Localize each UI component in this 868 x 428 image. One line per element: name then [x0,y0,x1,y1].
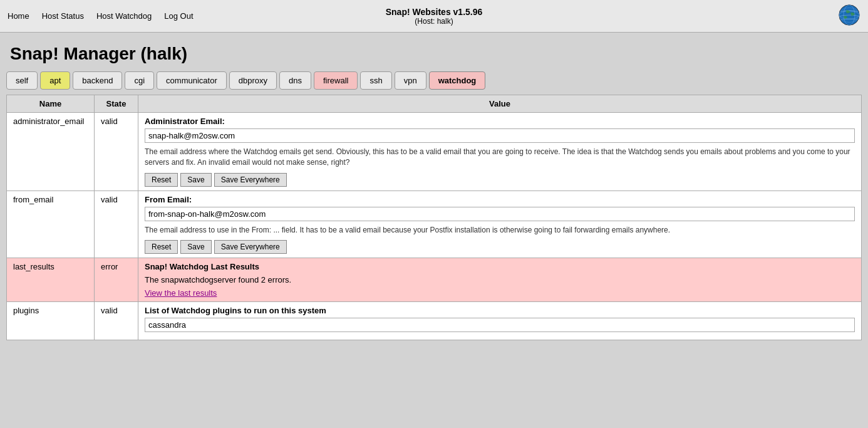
cell-name-1: from_email [7,191,95,258]
tabs-container: selfaptbackendcgicommunicatordbproxydnsf… [0,71,868,95]
tab-cgi[interactable]: cgi [125,71,154,90]
data-table: Name State Value administrator_emailvali… [6,95,862,340]
nav-host-watchdog[interactable]: Host Watchdog [96,11,152,21]
tab-firewall[interactable]: firewall [314,71,358,90]
cell-value-0: Administrator Email:The email address wh… [138,113,862,191]
cell-name-3: plugins [7,302,95,340]
cell-name-0: administrator_email [7,113,95,191]
cell-name-2: last_results [7,258,95,302]
text-input-1[interactable] [145,207,855,221]
cell-state-3: valid [95,302,138,340]
col-header-name: Name [7,95,95,113]
nav-links: Home Host Status Host Watchdog Log Out [8,11,194,21]
save-button-0[interactable]: Save [180,173,211,187]
app-title-block: Snap! Websites v1.5.96 (Host: halk) [386,7,483,26]
col-header-state: State [95,95,138,113]
table-row: last_resultserrorSnap! Watchdog Last Res… [7,258,862,302]
app-subtitle: (Host: halk) [386,17,483,26]
button-group-0: ResetSaveSave Everywhere [145,173,855,187]
table-row: from_emailvalidFrom Email:The email addr… [7,191,862,258]
tab-vpn[interactable]: vpn [395,71,426,90]
tab-backend[interactable]: backend [73,71,122,90]
save-everywhere-button-1[interactable]: Save Everywhere [214,240,287,254]
tab-watchdog[interactable]: watchdog [429,71,486,90]
cell-value-3: List of Watchdog plugins to run on this … [138,302,862,340]
cell-value-1: From Email:The email address to use in t… [138,191,862,258]
main-content: Name State Value administrator_emailvali… [6,95,862,340]
globe-icon-container [838,4,860,28]
col-header-value: Value [138,95,862,113]
topbar: Home Host Status Host Watchdog Log Out S… [0,0,868,33]
nav-log-out[interactable]: Log Out [164,11,193,21]
save-button-1[interactable]: Save [180,240,211,254]
view-last-results-link[interactable]: View the last results [145,288,217,298]
cell-state-2: error [95,258,138,302]
cell-value-2: Snap! Watchdog Last ResultsThe snapwatch… [138,258,862,302]
tab-dns[interactable]: dns [279,71,311,90]
field-label-1: From Email: [145,195,855,204]
table-row: administrator_emailvalidAdministrator Em… [7,113,862,191]
nav-host-status[interactable]: Host Status [42,11,84,21]
result-title: Snap! Watchdog Last Results [145,262,855,271]
reset-button-0[interactable]: Reset [145,173,178,187]
tab-communicator[interactable]: communicator [157,71,227,90]
field-label-3: List of Watchdog plugins to run on this … [145,306,855,315]
tab-apt[interactable]: apt [40,71,70,90]
cell-state-1: valid [95,191,138,258]
text-input-3[interactable] [145,318,855,332]
result-desc: The snapwatchdogserver found 2 errors. [145,275,855,284]
tab-ssh[interactable]: ssh [360,71,391,90]
field-desc-0: The email address where the Watchdog ema… [145,147,855,168]
globe-icon [838,4,860,26]
page-title: Snap! Manager (halk) [0,33,868,71]
text-input-0[interactable] [145,128,855,143]
nav-home[interactable]: Home [8,11,29,21]
button-group-1: ResetSaveSave Everywhere [145,240,855,254]
tab-self[interactable]: self [6,71,38,90]
field-label-0: Administrator Email: [145,117,855,126]
field-desc-1: The email address to use in the From: ..… [145,225,855,236]
app-title: Snap! Websites v1.5.96 [386,7,483,17]
save-everywhere-button-0[interactable]: Save Everywhere [214,173,287,187]
table-row: pluginsvalidList of Watchdog plugins to … [7,302,862,340]
tab-dbproxy[interactable]: dbproxy [229,71,277,90]
cell-state-0: valid [95,113,138,191]
reset-button-1[interactable]: Reset [145,240,178,254]
